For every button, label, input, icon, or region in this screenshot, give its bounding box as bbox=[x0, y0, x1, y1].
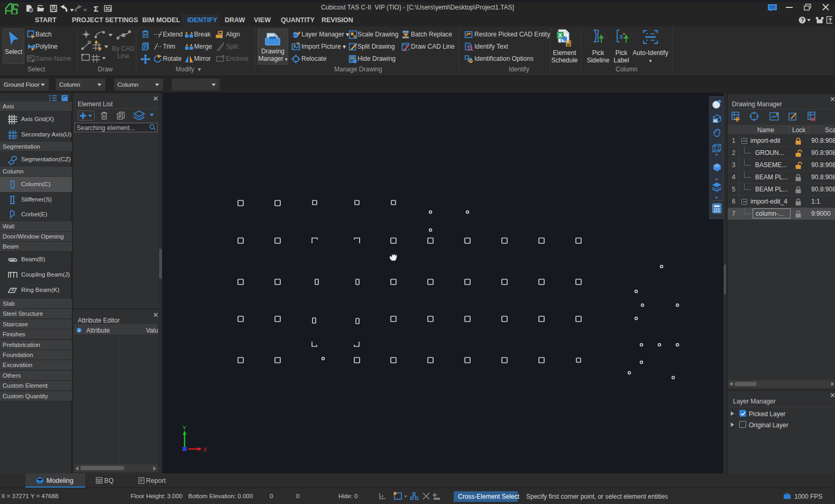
svg-text:3D: 3D bbox=[713, 119, 718, 123]
svg-text:X: X bbox=[203, 446, 207, 453]
svg-text:X: X bbox=[558, 32, 563, 39]
svg-text:a: a bbox=[619, 32, 623, 40]
svg-text:Y: Y bbox=[182, 425, 187, 431]
svg-text:?: ? bbox=[801, 17, 804, 23]
